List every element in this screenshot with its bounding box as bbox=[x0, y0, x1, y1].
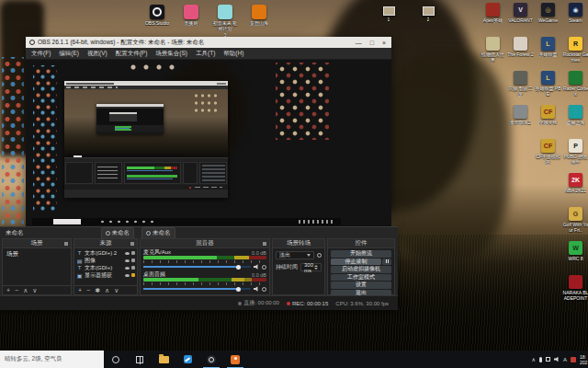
app-icon: P bbox=[569, 139, 582, 153]
taskbar-search-box[interactable]: 晴转多云, 2级, 空气良 bbox=[0, 351, 104, 368]
microphone-icon[interactable] bbox=[539, 357, 542, 362]
desktop-icon[interactable]: VVALORANT bbox=[507, 3, 534, 37]
desktop-icon[interactable]: 只狼 影逝二度 bbox=[507, 71, 534, 105]
duration-field[interactable]: 300 ms bbox=[300, 263, 322, 271]
desktop-icon[interactable]: NARAKA BLADEPOINT bbox=[562, 275, 588, 309]
lock-icon[interactable] bbox=[131, 259, 135, 262]
desktop-icon[interactable]: L英雄联盟 PBE bbox=[535, 71, 561, 105]
lock-icon[interactable] bbox=[131, 266, 135, 270]
desktop-icon[interactable]: L英雄联盟 bbox=[535, 37, 561, 71]
desktop-icon[interactable]: Razer Cortex bbox=[562, 71, 588, 105]
tray-expand-chevron-icon[interactable]: ∧ bbox=[532, 356, 536, 362]
captured-dock-panels bbox=[64, 161, 228, 185]
desktop-icon-picture-1[interactable]: 1 bbox=[377, 6, 401, 22]
obs-preview[interactable] bbox=[26, 60, 391, 226]
visibility-eye-icon[interactable] bbox=[125, 259, 130, 262]
desktop-icon[interactable]: 2KNBA 2K21 bbox=[562, 173, 588, 207]
stop-recording-button[interactable]: 停止录制 bbox=[331, 259, 381, 266]
remove-source-button[interactable]: − bbox=[86, 287, 90, 293]
empty-grid-cell bbox=[480, 71, 506, 105]
desktop-icon-game[interactable]: 妄想山海 bbox=[245, 5, 273, 38]
speaker-icon[interactable] bbox=[254, 286, 259, 292]
desktop-icon-bilibili-live[interactable]: 直播姬 bbox=[177, 5, 205, 38]
start-streaming-button[interactable]: 开始推流 bbox=[331, 250, 391, 258]
volume-slider[interactable] bbox=[143, 288, 251, 290]
desktop-icon[interactable]: 泰坦陨落2 bbox=[507, 105, 534, 139]
transition-settings-gear-icon[interactable] bbox=[317, 253, 322, 258]
desktop-icon[interactable]: Apex英雄 bbox=[480, 3, 506, 37]
speaker-icon[interactable] bbox=[254, 264, 259, 270]
controls-buttons: 开始推流 停止录制 启动虚拟摄像机 工作室模式 设置 退出 bbox=[328, 248, 394, 298]
visibility-eye-icon[interactable] bbox=[125, 274, 130, 277]
lock-icon[interactable] bbox=[131, 273, 135, 277]
desktop-icon[interactable]: 盗贼之海 bbox=[562, 105, 588, 139]
source-properties-button[interactable]: ✱ bbox=[95, 287, 100, 293]
menu-view[interactable]: 视图(V) bbox=[87, 50, 107, 58]
input-method-indicator[interactable]: A bbox=[563, 357, 567, 362]
cortana-button[interactable] bbox=[104, 351, 128, 368]
file-explorer-button[interactable] bbox=[152, 351, 175, 368]
gear-icon[interactable] bbox=[262, 265, 266, 270]
taskbar-app-orange[interactable] bbox=[223, 351, 247, 368]
lock-icon[interactable] bbox=[131, 251, 135, 255]
desktop-icon-miku[interactable]: 初音未来 歌姬计划 3 bbox=[211, 5, 239, 38]
scene-item[interactable]: 场景 bbox=[5, 249, 69, 259]
transition-select[interactable]: 淡出 bbox=[276, 251, 314, 259]
start-virtual-camera-button[interactable]: 启动虚拟摄像机 bbox=[331, 266, 391, 273]
desktop-icon[interactable]: PPUBG 绝地求生 bbox=[562, 139, 588, 173]
desktop-icon[interactable]: ◎WeGame bbox=[535, 3, 561, 37]
tray-red-app-icon[interactable] bbox=[571, 357, 576, 362]
visibility-eye-icon[interactable] bbox=[125, 252, 130, 255]
captured-controls-panel bbox=[199, 162, 227, 184]
profile-chip[interactable]: 未命名 bbox=[101, 227, 135, 239]
desktop-icon[interactable]: CF穿越火线 bbox=[535, 105, 561, 139]
tray-app-icon[interactable] bbox=[546, 357, 550, 362]
stepper-icons[interactable] bbox=[314, 265, 318, 270]
move-down-button[interactable]: ∨ bbox=[32, 287, 37, 293]
volume-icon[interactable] bbox=[554, 357, 560, 362]
move-down-button[interactable]: ∨ bbox=[114, 287, 119, 293]
close-button[interactable]: × bbox=[382, 40, 386, 46]
windows-taskbar: 晴转多云, 2级, 空气良 ∧ A 18: 202 bbox=[0, 351, 588, 368]
source-item[interactable]: ▣显示器捕获 bbox=[76, 271, 135, 279]
volume-slider[interactable] bbox=[143, 266, 251, 268]
remove-scene-button[interactable]: − bbox=[15, 287, 18, 293]
task-view-button[interactable] bbox=[128, 351, 152, 368]
menu-file[interactable]: 文件(F) bbox=[31, 50, 51, 58]
taskbar-app-blue[interactable] bbox=[175, 351, 199, 368]
obs-title-bar[interactable]: OBS 26.1.1 (64-bit, windows) - 配置文件: 未命名… bbox=[26, 37, 391, 48]
minimize-button[interactable]: — bbox=[356, 40, 362, 46]
settings-button[interactable]: 设置 bbox=[331, 282, 391, 289]
slider-knob[interactable] bbox=[236, 265, 241, 270]
menu-help[interactable]: 帮助(H) bbox=[223, 50, 243, 58]
move-up-button[interactable]: ∧ bbox=[23, 287, 28, 293]
move-up-button[interactable]: ∧ bbox=[105, 287, 109, 293]
desktop-icon[interactable]: ◉Steam bbox=[562, 3, 588, 37]
gear-icon[interactable] bbox=[262, 287, 266, 292]
add-scene-button[interactable]: + bbox=[6, 287, 10, 293]
taskbar-app-obs[interactable] bbox=[199, 351, 223, 368]
menu-tools[interactable]: 工具(T) bbox=[196, 50, 215, 58]
icon-label: 1 bbox=[388, 17, 390, 22]
desktop-icon-obs-studio[interactable]: OBS Studio bbox=[143, 5, 171, 38]
add-source-button[interactable]: + bbox=[78, 287, 82, 293]
desktop-icon[interactable]: WWRC 8 bbox=[562, 241, 588, 275]
desktop-icon[interactable]: 怪物猎人世界 bbox=[480, 37, 506, 71]
maximize-button[interactable]: □ bbox=[370, 40, 374, 46]
scene-collection-chip[interactable]: 未命名 bbox=[141, 227, 175, 239]
desktop-icon[interactable]: GGolf With Your Fri.. bbox=[562, 207, 588, 241]
taskbar-clock[interactable]: 18: 202 bbox=[580, 354, 588, 365]
pause-recording-button[interactable] bbox=[382, 259, 391, 266]
menu-scene-collection[interactable]: 场景集合(S) bbox=[155, 50, 187, 58]
desktop-icon-picture-2[interactable]: 2 bbox=[416, 6, 440, 22]
studio-mode-button[interactable]: 工作室模式 bbox=[331, 274, 391, 282]
desktop-icon[interactable]: The Forest 2 bbox=[507, 37, 534, 71]
menu-profile[interactable]: 配置文件(P) bbox=[116, 50, 148, 58]
menu-edit[interactable]: 编辑(E) bbox=[59, 50, 79, 58]
desktop-icon[interactable]: CFCF手游模拟器 bbox=[535, 139, 561, 173]
empty-grid-cell bbox=[480, 139, 506, 173]
visibility-eye-icon[interactable] bbox=[125, 267, 130, 270]
slider-knob[interactable] bbox=[236, 287, 241, 292]
desktop-icon[interactable]: RRockstar Games bbox=[562, 37, 588, 71]
audio-mixer-panel: 混音器 麦克风/Aux 0.0 dB bbox=[140, 238, 270, 295]
